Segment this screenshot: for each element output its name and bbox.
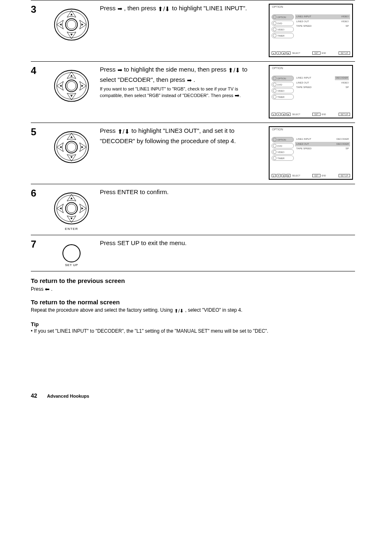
- step-number: 6: [31, 188, 43, 199]
- set-button-label: SET: [312, 174, 321, 177]
- right-arrow-icon: ➡: [118, 5, 122, 13]
- option-row: LINE1 INPUTDECODER: [295, 76, 350, 81]
- control-icon: SET UP: [49, 239, 94, 267]
- tip-block: Tip • If you set "LINE1 INPUT" to "DECOD…: [31, 321, 355, 335]
- screen-title: OPTION: [272, 5, 283, 8]
- svg-marker-22: [60, 146, 62, 148]
- step-number: 7: [31, 239, 43, 250]
- nav-left-icon: ◀: [281, 113, 286, 116]
- dpad-icon: [53, 189, 90, 226]
- menu-item-video: VIDEO: [272, 27, 294, 32]
- tv-screen-preview: OPTION OPTION DVD VIDEO TIMER LINE1 INPU…: [269, 4, 355, 57]
- menu-item-dvd: DVD: [272, 82, 294, 87]
- menu-item-video: VIDEO: [272, 88, 294, 93]
- svg-point-3: [67, 20, 76, 29]
- nav-down-icon: ▼: [277, 174, 281, 177]
- up-down-arrow-icon: ⬆/⬇: [158, 5, 170, 14]
- option-row: LINE1 INPUTVIDEO: [295, 14, 350, 19]
- nav-label: SELECT: [292, 52, 300, 54]
- control-icon: ENTER: [49, 188, 94, 231]
- svg-marker-29: [70, 218, 72, 220]
- text-fragment: Press: [100, 66, 118, 73]
- svg-marker-31: [81, 207, 83, 209]
- menu-item-video: VIDEO: [272, 149, 294, 155]
- text-fragment: , then press: [124, 5, 158, 12]
- instruction-text: Press ⬆/⬇ to highlight "LINE3 OUT", and …: [100, 126, 263, 146]
- option-row: TAPE SPEEDSP: [295, 24, 350, 29]
- instruction-text: Press SET UP to exit the menu.: [100, 239, 263, 248]
- tip-label: Tip: [31, 321, 355, 327]
- setup-button-label: SET UP: [339, 51, 350, 55]
- control-icon: [49, 126, 94, 165]
- menu-item-timer: TIMER: [272, 33, 294, 38]
- svg-marker-14: [60, 85, 62, 87]
- nav-down-icon: ▼: [277, 51, 281, 55]
- svg-point-27: [67, 204, 76, 213]
- option-row: LINE3 OUTVIDEO: [295, 19, 350, 24]
- step-row-3: 3 Press ➡ , then press ⬆/⬇ to highlight …: [31, 0, 355, 61]
- svg-marker-13: [70, 95, 72, 97]
- text-fragment: Press: [100, 127, 118, 134]
- setup-button-label: SET UP: [339, 174, 350, 177]
- step-row-6: 6 ENTER Press ENTER to confirm.: [31, 184, 355, 235]
- svg-marker-28: [70, 197, 72, 199]
- nav-left-icon: ◀: [281, 51, 286, 55]
- page-footer: 42 Advanced Hookups: [31, 392, 355, 399]
- svg-point-26: [66, 202, 78, 214]
- nav-down-icon: ▼: [277, 113, 281, 116]
- text-fragment: .: [194, 76, 195, 83]
- screen-title: OPTION: [272, 128, 283, 131]
- nav-right-icon: ▶: [286, 174, 291, 177]
- option-row: LINE3 OUTVIDEO: [295, 81, 350, 86]
- dpad-icon: [53, 5, 90, 42]
- nav-label: SELECT: [292, 113, 300, 116]
- svg-marker-20: [70, 136, 72, 138]
- svg-marker-6: [60, 23, 62, 25]
- menu-item-option: OPTION: [272, 137, 294, 142]
- note-text: If you want to set "LINE1 INPUT" to "RGB…: [100, 86, 258, 99]
- step-row-7: 7 SET UP Press SET UP to exit the menu.: [31, 235, 355, 271]
- nav-label: SELECT: [292, 174, 300, 177]
- dpad-icon: [53, 67, 90, 104]
- option-row: LINE3 OUTDECODER: [295, 142, 350, 147]
- tv-screen-preview: OPTION OPTION DVD VIDEO TIMER LINE1 INPU…: [269, 126, 355, 180]
- nav-up-icon: ▲: [272, 51, 276, 55]
- menu-item-dvd: DVD: [272, 143, 294, 148]
- svg-point-10: [66, 80, 78, 92]
- nav-label: END: [322, 113, 326, 116]
- option-row: LINE1 INPUTDECODER: [295, 137, 350, 142]
- post-step-content: To return to the previous screen Press ⬅…: [31, 277, 355, 315]
- text-fragment: , select "VIDEO" in step 4.: [185, 307, 242, 313]
- menu-item-timer: TIMER: [272, 155, 294, 161]
- svg-marker-15: [81, 85, 83, 87]
- setup-button-icon: [62, 244, 81, 262]
- svg-point-18: [66, 141, 78, 153]
- tip-text: • If you set "LINE1 INPUT" to "DECODER",…: [31, 327, 355, 335]
- instruction-text: Press ➡ to highlight the side menu, then…: [100, 65, 263, 99]
- step-number: 4: [31, 65, 43, 76]
- instruction-text: Press ENTER to confirm.: [100, 188, 263, 197]
- page-section-title: Advanced Hookups: [47, 394, 89, 398]
- menu-item-option: OPTION: [272, 76, 294, 81]
- step-row-5: 5 Press ⬆/⬇ to highlight "LINE3 OUT", an…: [31, 123, 355, 184]
- step-row-4: 4 Press ➡ to highlight the side menu, th…: [31, 61, 355, 123]
- tv-screen-preview: OPTION OPTION DVD VIDEO TIMER LINE1 INPU…: [269, 65, 355, 118]
- right-arrow-icon: ➡: [118, 66, 122, 74]
- up-down-arrow-icon: ⬆/⬇: [228, 66, 240, 75]
- heading-return-previous: To return to the previous screen: [31, 277, 355, 284]
- enter-label: ENTER: [65, 227, 78, 231]
- instruction-text: Press ➡ , then press ⬆/⬇ to highlight "L…: [100, 4, 263, 14]
- setup-label: SET UP: [65, 263, 78, 267]
- text-fragment: Repeat the procedure above and select th…: [31, 307, 174, 313]
- screen-title: OPTION: [272, 67, 283, 70]
- svg-marker-5: [70, 34, 72, 36]
- svg-marker-4: [70, 14, 72, 16]
- svg-marker-12: [70, 75, 72, 77]
- nav-label: END: [322, 174, 326, 177]
- up-down-arrow-icon: ⬆/⬇: [174, 307, 184, 315]
- set-button-label: SET: [312, 113, 321, 116]
- control-icon: [49, 4, 94, 42]
- right-arrow-icon: ➡: [187, 76, 192, 85]
- right-arrow-icon: ➡: [235, 92, 240, 99]
- option-row: TAPE SPEEDSP: [295, 85, 350, 90]
